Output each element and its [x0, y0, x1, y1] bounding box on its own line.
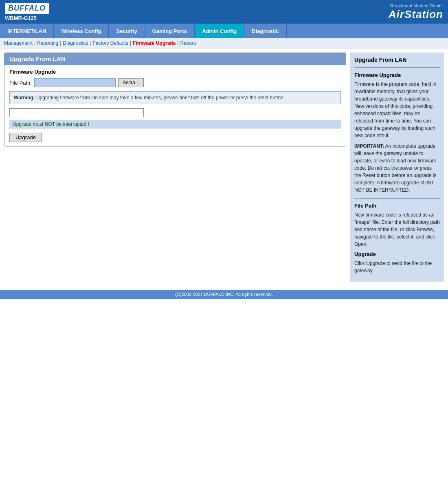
main-content: Upgrade From LAN Firmware Upgrade File P… [0, 48, 448, 286]
section-box-body: Firmware Upgrade File Path: Selaa... War… [4, 65, 346, 146]
warning-text: Upgrading firmware from lan side may tak… [36, 95, 285, 101]
upgrade-button[interactable]: Upgrade [9, 133, 42, 142]
subnav-sep: | [90, 40, 91, 46]
progress-input[interactable] [9, 108, 144, 117]
model-name: WBMR-G125 [5, 15, 49, 21]
file-path-input[interactable] [34, 78, 116, 87]
subnav-sep: | [34, 40, 35, 46]
upgrade-must-text: Upgrade must NOT be interrupted ! [13, 121, 89, 127]
sidebar-section-text-0: Firmware is the program code, held in re… [354, 81, 440, 139]
sidebar-divider-3 [354, 198, 440, 199]
section-box-title: Upgrade From LAN [4, 53, 346, 65]
sidebar-section-text-2: New firmware code is released as an "ima… [354, 211, 440, 248]
subnav-link-diagnostics[interactable]: Diagnostics [63, 40, 88, 46]
upgrade-section-box: Upgrade From LAN Firmware Upgrade File P… [4, 52, 346, 147]
logo-area: BUFFALO WBMR-G125 [5, 3, 49, 21]
file-path-row: File Path: Selaa... [9, 78, 341, 87]
subnav-link-management[interactable]: Management [4, 40, 33, 46]
header: BUFFALO WBMR-G125 Broadband Modem Router… [0, 0, 448, 24]
progress-input-row [9, 108, 341, 120]
nav-item-wireless-config[interactable]: Wireless Config [54, 24, 109, 38]
subnav-link-reboot[interactable]: Reboot [180, 40, 196, 46]
sub-nav: Management|Reporting|Diagnostics|Factory… [0, 38, 448, 48]
sidebar-divider-1 [354, 67, 440, 68]
footer-text: (C)2000-2007 BUFFALO INC. All rights res… [175, 292, 273, 297]
sidebar-section-title-0: Firmware Upgrade [354, 72, 440, 78]
upgrade-must-row: Upgrade must NOT be interrupted ! [9, 120, 341, 129]
browse-button[interactable]: Selaa... [118, 78, 144, 87]
sidebar-section-title-3: Upgrade [354, 251, 440, 257]
buffalo-logo: BUFFALO [5, 3, 49, 14]
content-area: Upgrade From LAN Firmware Upgrade File P… [4, 52, 346, 282]
footer: (C)2000-2007 BUFFALO INC. All rights res… [0, 290, 448, 299]
warning-box: Warning: Upgrading firmware from lan sid… [9, 91, 341, 104]
airstation-subtitle: Broadband Modem Router [389, 3, 443, 8]
form-section-title: Firmware Upgrade [9, 69, 341, 75]
sidebar-section-text-1: IMPORTANT: An incomplete upgrade will le… [354, 142, 440, 194]
nav-item-internet-lan[interactable]: INTERNET/LAN [0, 24, 54, 38]
sidebar-important-bold: IMPORTANT: [354, 143, 384, 149]
subnav-link-factory-defaults[interactable]: Factory Defaults [92, 40, 128, 46]
nav-item-gaming-ports[interactable]: Gaming Ports [145, 24, 195, 38]
nav-item-security[interactable]: Security [109, 24, 145, 38]
sidebar-main-title: Upgrade From LAN [354, 57, 440, 63]
warning-bold: Warning: [14, 95, 35, 101]
main-nav: INTERNET/LANWireless ConfigSecurityGamin… [0, 24, 448, 38]
nav-item-diagnostic[interactable]: Diagnostic [244, 24, 286, 38]
sidebar: Upgrade From LAN Firmware UpgradeFirmwar… [350, 52, 444, 282]
subnav-sep: | [60, 40, 61, 46]
subnav-sep: | [177, 40, 178, 46]
subnav-sep: | [130, 40, 131, 46]
subnav-link-firmware-upgrade[interactable]: Firmware Upgrade [133, 40, 176, 46]
sidebar-section-title-2: File Path [354, 203, 440, 209]
airstation-brand: AirStation [389, 8, 443, 21]
nav-item-admin-config[interactable]: Admin Config [195, 24, 244, 38]
subnav-link-reporting[interactable]: Reporting [37, 40, 58, 46]
sidebar-section-text-3: Click Upgrade to send the file to the ga… [354, 260, 440, 274]
airstation-area: Broadband Modem Router AirStation [389, 3, 443, 21]
file-path-label: File Path: [9, 80, 32, 86]
